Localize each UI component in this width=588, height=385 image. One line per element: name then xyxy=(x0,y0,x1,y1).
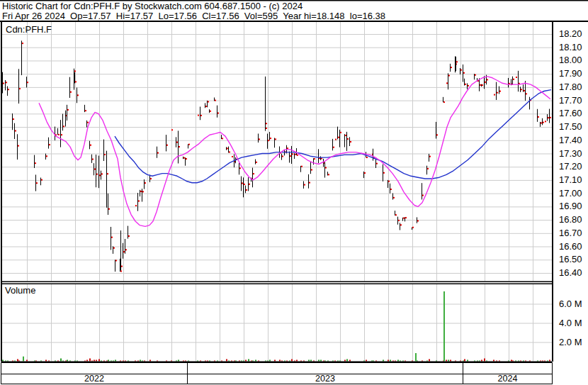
footer-blank-cell-2022 xyxy=(1,363,188,374)
year-cell-2024: 2024 xyxy=(463,374,552,384)
price-axis-label: 17.10 xyxy=(559,175,582,185)
volume-panel-label: Volume xyxy=(5,286,35,295)
year-cell-2022: 2022 xyxy=(1,374,188,384)
price-axis-label: 16.50 xyxy=(559,255,582,264)
price-axis-label: 17.30 xyxy=(559,149,582,159)
footer-year-row: 2022 2023 2024 xyxy=(1,374,553,384)
stockwatch-chart-page: { "header": { "line1": "Historic Chart f… xyxy=(0,0,588,385)
price-axis-label: 17.70 xyxy=(559,96,582,106)
price-panel-symbol-label: Cdn:PFH.F xyxy=(6,25,52,34)
price-axis-label: 16.70 xyxy=(559,228,582,238)
footer-blank-row xyxy=(1,362,553,374)
price-axis-label: 17.00 xyxy=(559,189,582,199)
volume-axis-label: 4.0 M xyxy=(559,318,582,328)
year-cell-2023: 2023 xyxy=(188,374,463,384)
price-axis-label: 17.80 xyxy=(559,82,582,92)
price-axis-label: 17.90 xyxy=(559,69,582,79)
price-axis-label: 16.40 xyxy=(559,268,582,278)
price-axis-label: 17.60 xyxy=(559,108,582,118)
price-axis-label: 16.90 xyxy=(559,201,582,211)
footer-blank-cell-2023 xyxy=(188,363,463,374)
price-axis-label: 18.20 xyxy=(559,29,582,39)
price-axis-label: 16.60 xyxy=(559,242,582,252)
volume-axis-label: 6.0 M xyxy=(559,299,582,309)
price-axis-label: 18.00 xyxy=(559,55,582,65)
footer-blank-cell-2024 xyxy=(463,363,552,374)
price-axis-label: 17.20 xyxy=(559,162,582,172)
price-axis-label: 17.50 xyxy=(559,122,582,132)
price-axis-label: 18.10 xyxy=(559,43,582,52)
volume-axis-label: 2.0 M xyxy=(559,337,582,347)
price-axis-label: 16.80 xyxy=(559,215,582,225)
stock-chart-canvas xyxy=(0,0,588,385)
price-axis-label: 17.40 xyxy=(559,135,582,145)
